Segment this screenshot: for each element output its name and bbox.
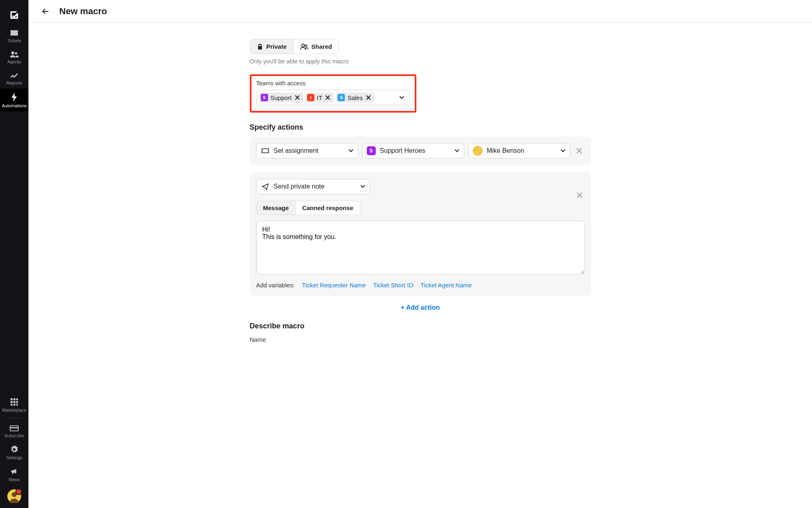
team-tag-label: Sales [347,94,363,101]
agents-icon [10,50,19,58]
svg-rect-7 [16,401,18,403]
sidebar-label: Settings [6,455,22,460]
gear-icon [10,445,18,454]
ticket-icon [10,29,19,37]
team-badge: I [307,94,314,101]
svg-rect-6 [13,401,15,403]
add-variables-label: Add variables: [256,282,295,289]
svg-rect-2 [11,398,13,400]
svg-rect-5 [11,401,13,403]
shared-icon [300,43,308,50]
sidebar-label: News [9,477,20,482]
variable-link-requester-name[interactable]: Ticket Requester Name [302,282,366,289]
sidebar-item-settings[interactable]: Settings [0,441,28,463]
remove-action-1[interactable] [574,148,584,154]
team-badge-icon: S [367,146,376,155]
action-type-select-2[interactable]: Send private note [256,179,370,194]
action-panel-1: Set assignment S Support Heroes Mike Ben… [250,137,591,165]
add-action-row: + Add action [250,304,591,311]
page-title: New macro [59,6,107,17]
send-icon [261,182,270,191]
grid-icon [10,398,18,406]
sidebar-label: Automations [2,103,26,108]
remove-team-it[interactable] [325,94,331,101]
sidebar-label: Reports [6,80,22,85]
name-field-label: Name [250,336,591,343]
sidebar-item-reports[interactable]: Reports [0,67,28,89]
card-icon [10,425,19,432]
describe-macro-title: Describe macro [250,322,591,330]
variable-link-agent-name[interactable]: Ticket Agent Name [420,282,472,289]
svg-rect-10 [16,404,18,406]
remove-team-support[interactable] [294,94,301,101]
visibility-toggle: Private Shared [250,39,339,54]
chevron-down-icon [399,95,405,100]
chevron-down-icon [348,148,354,154]
svg-point-1 [15,52,17,54]
sidebar-item-automations[interactable]: Automations [0,89,28,111]
chevron-down-icon [360,184,366,189]
bolt-icon [11,93,18,102]
svg-point-13 [12,492,17,497]
arrow-left-icon [41,7,50,16]
action-team-select[interactable]: S Support Heroes [362,143,464,158]
left-sidebar: Tickets Agents Reports Automations Marke… [0,0,28,508]
tab-message-label: Message [263,204,289,211]
sidebar-label: Tickets [7,38,21,43]
action-agent-label: Mike Benson [487,147,524,154]
note-mode-toggle: Message Canned response [256,201,360,215]
sidebar-item-tickets[interactable]: Tickets [0,25,28,46]
action-type-label: Set assignment [274,147,318,154]
svg-rect-4 [16,398,18,400]
sidebar-item-marketplace[interactable]: Marketplace [0,394,28,416]
megaphone-icon [10,467,18,475]
close-icon [366,95,371,100]
team-tag-label: IT [317,94,322,101]
avatar-icon [7,489,21,503]
note-mode-message[interactable]: Message [257,201,295,215]
sidebar-label: Marketplace [2,408,26,412]
remove-action-2[interactable] [575,190,585,200]
teams-access-section: Teams with access S Support I IT S Sal [250,74,416,113]
visibility-private-button[interactable]: Private [250,39,293,54]
agent-avatar-icon [473,146,483,156]
team-tag-sales: S Sales [336,93,374,102]
sidebar-item-agents[interactable]: Agents [0,46,28,67]
chevron-down-icon [560,148,566,154]
action-type-select[interactable]: Set assignment [256,143,358,158]
tab-canned-label: Canned response [302,204,353,211]
visibility-shared-button[interactable]: Shared [294,39,339,54]
back-button[interactable] [40,6,51,17]
profile-avatar[interactable] [7,489,21,503]
teams-access-label: Teams with access [256,80,410,87]
sidebar-item-news[interactable]: News [0,463,28,485]
close-icon [325,95,330,100]
add-action-link[interactable]: + Add action [401,304,440,311]
close-icon [577,192,582,198]
action-agent-select[interactable]: Mike Benson [468,143,570,158]
svg-rect-9 [13,404,15,406]
message-textarea[interactable] [256,221,585,274]
top-header: New macro [28,0,812,23]
team-tag-it: I IT [305,93,333,102]
team-tag-label: Support [271,94,292,101]
svg-point-0 [11,52,14,54]
svg-rect-12 [10,427,18,428]
svg-point-14 [301,44,304,47]
team-tag-support: S Support [259,93,303,102]
add-variables-row: Add variables: Ticket Requester Name Tic… [256,282,585,289]
variable-link-short-id[interactable]: Ticket Short ID [373,282,414,289]
svg-rect-3 [13,398,15,400]
teams-access-input[interactable]: S Support I IT S Sales [256,90,410,105]
svg-rect-8 [11,404,13,406]
remove-team-sales[interactable] [365,94,372,101]
teams-dropdown-toggle[interactable] [399,95,407,100]
svg-point-15 [305,45,307,47]
team-badge: S [338,94,345,101]
lock-icon [257,43,263,50]
visibility-shared-label: Shared [312,43,332,50]
app-logo [6,7,22,23]
team-badge: S [261,94,268,101]
sidebar-item-subscribe[interactable]: Subscribe [0,421,28,441]
note-mode-canned[interactable]: Canned response [296,201,360,215]
